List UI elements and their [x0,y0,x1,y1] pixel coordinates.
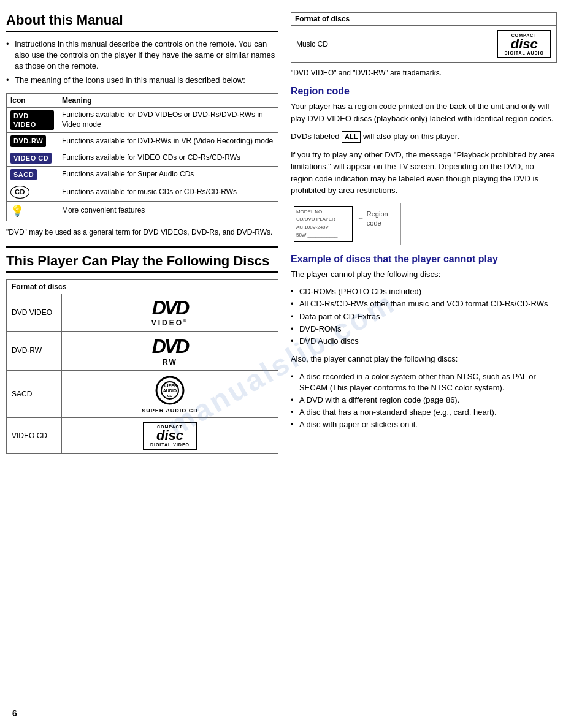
about-bullet-2: The meaning of the icons used in this ma… [6,75,278,86]
disc-label: DVD VIDEO [7,294,62,331]
icon-cell: DVD-RW [7,133,58,150]
list-item: All CD-Rs/CD-RWs other than music and VC… [291,298,557,309]
meaning-col-header: Meaning [58,93,278,107]
disc-format-table: Format of discs DVD VIDEO DVD VIDEO® [6,279,278,454]
sacd-logo: SUPER AUDIO CD SUPER AUDIO CD [67,374,273,414]
sacd-svg-icon: SUPER AUDIO CD [154,374,186,406]
table-row: DVD VIDEO DVD VIDEO® [7,294,278,331]
list-item: A disc with paper or stickers on it. [291,419,557,430]
list-item: A DVD with a different region code (page… [291,395,557,406]
left-column: About this Manual Instructions in this m… [6,12,285,716]
compact-disc-digital-audio-logo: COMPACT disc DIGITAL AUDIO [497,29,551,58]
icon-table: Icon Meaning DVD VIDEO Functions availab… [6,93,278,221]
list-item: A disc that has a non-standard shape (e.… [291,407,557,418]
also-text: Also, the player cannot play the followi… [291,353,557,365]
dvd-rw-badge: DVD-RW [10,135,46,146]
section-divider [6,246,278,248]
table-row: SACD SUPER AUDIO CD SUPER AUDIO CD [7,370,278,417]
meaning-cell: Functions available for VIDEO CDs or CD-… [58,150,278,166]
list-item: DVD-ROMs [291,324,557,335]
icon-cell: 💡 [7,201,58,221]
disc-label: SACD [7,370,62,417]
disc-table-header: Format of discs [7,279,278,294]
icon-cell: CD [7,183,58,201]
meaning-cell: Functions available for DVD-RWs in VR (V… [58,133,278,150]
table-row: CD Functions available for music CDs or … [7,183,278,201]
disc-label: DVD-RW [7,331,62,370]
table-row: DVD-RW Functions available for DVD-RWs i… [7,133,278,150]
region-para-1: Your player has a region code printed on… [291,100,557,124]
format-box-content: Music CD COMPACT disc DIGITAL AUDIO [291,26,556,62]
music-cd-label: Music CD [296,40,497,48]
lightbulb-icon: 💡 [10,205,24,217]
region-code-arrow: ← Region code [358,206,398,229]
region-para-3: If you try to play any other DVD, the me… [291,149,557,197]
region-para-2: DVDs labeled ALL will also play on this … [291,131,557,143]
dvd-video-badge: DVD VIDEO [10,110,54,131]
player-title: This Player Can Play the Following Discs [6,253,278,273]
cannot-play-intro: The player cannot play the following dis… [291,268,557,281]
video-cd-badge: VIDEO CD [10,153,52,164]
icon-cell: VIDEO CD [7,150,58,166]
icon-col-header: Icon [7,93,58,107]
table-row: DVD-RW DVD RW [7,331,278,370]
svg-text:CD: CD [167,394,173,398]
dvd-video-logo: DVD VIDEO® [67,298,273,327]
disc-logo-cell: COMPACT disc DIGITAL VIDEO [62,417,278,453]
right-column: Format of discs Music CD COMPACT disc DI… [285,12,557,716]
page-number: 6 [12,708,17,718]
disc-logo-cell: DVD RW [62,331,278,370]
region-code-device-image: MODEL NO. ________ CD/DVD PLAYER AC 100V… [291,203,401,245]
svg-text:SUPER: SUPER [163,384,177,388]
meaning-cell: Functions available for Super Audio CDs [58,166,278,183]
region-code-title: Region code [291,86,557,97]
trademark-text: "DVD VIDEO" and "DVD-RW" are trademarks. [291,69,557,77]
disc-logo-cell: SUPER AUDIO CD SUPER AUDIO CD [62,370,278,417]
about-bullets: Instructions in this manual describe the… [6,39,278,86]
dvd-note: "DVD" may be used as a general term for … [6,227,278,238]
meaning-cell: Functions available for music CDs or CD-… [58,183,278,201]
also-cannot-play-list: A disc recorded in a color system other … [291,371,557,431]
format-box-header: Format of discs [291,13,556,26]
table-row: SACD Functions available for Super Audio… [7,166,278,183]
meaning-cell: Functions available for DVD VIDEOs or DV… [58,107,278,133]
list-item: DVD Audio discs [291,336,557,347]
sacd-badge: SACD [10,169,37,180]
icon-cell: SACD [7,166,58,183]
video-cd-logo: COMPACT disc DIGITAL VIDEO [67,422,273,450]
disc-label: VIDEO CD [7,417,62,453]
about-title: About this Manual [6,12,278,32]
table-row: VIDEO CD Functions available for VIDEO C… [7,150,278,166]
table-row: DVD VIDEO Functions available for DVD VI… [7,107,278,133]
table-row: VIDEO CD COMPACT disc DIGITAL VIDEO [7,417,278,453]
list-item: Data part of CD-Extras [291,311,557,322]
dvd-rw-logo: DVD RW [67,335,273,366]
cd-badge: CD [10,186,29,198]
disc-logo-cell: DVD VIDEO® [62,294,278,331]
cannot-play-list: CD-ROMs (PHOTO CDs included) All CD-Rs/C… [291,286,557,347]
about-bullet-1: Instructions in this manual describe the… [6,39,278,72]
table-row: 💡 More convenient features [7,201,278,221]
format-box: Format of discs Music CD COMPACT disc DI… [291,12,557,63]
list-item: A disc recorded in a color system other … [291,371,557,393]
meaning-cell: More convenient features [58,201,278,221]
icon-cell: DVD VIDEO [7,107,58,133]
region-code-box: MODEL NO. ________ CD/DVD PLAYER AC 100V… [294,206,353,242]
cannot-play-title: Example of discs that the player cannot … [291,254,557,265]
list-item: CD-ROMs (PHOTO CDs included) [291,286,557,297]
svg-text:AUDIO: AUDIO [163,389,177,393]
all-badge: ALL [342,131,361,143]
